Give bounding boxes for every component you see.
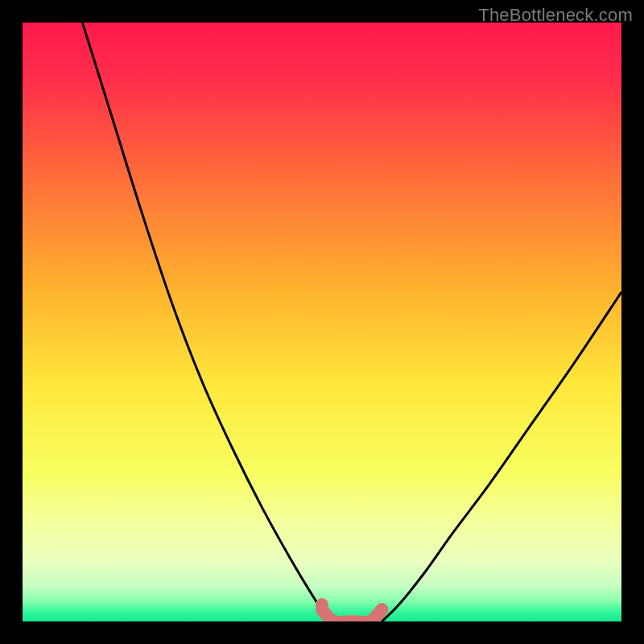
watermark-text: TheBottleneck.com [478,5,633,26]
plot-svg [23,23,621,621]
gradient-background [23,23,621,621]
optimal-point-marker [316,598,328,611]
bottleneck-plot [23,23,621,621]
chart-frame: TheBottleneck.com [0,0,644,644]
